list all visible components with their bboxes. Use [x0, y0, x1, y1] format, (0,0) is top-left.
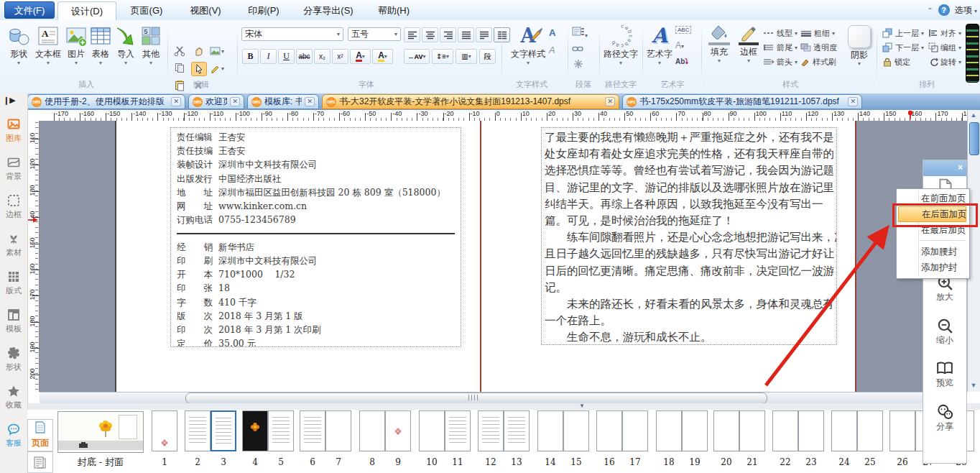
- thumbnail-page-18[interactable]: [656, 410, 682, 451]
- collapse-ribbon-icon[interactable]: ⌃: [927, 6, 933, 14]
- lock-button[interactable]: 锁定: [882, 55, 924, 69]
- thumbnail-page-9[interactable]: [385, 410, 411, 451]
- opacity-button[interactable]: 透明度: [800, 40, 837, 55]
- thumbnail-page-6[interactable]: [300, 410, 325, 451]
- insert-picture-button[interactable]: 图片▾: [65, 24, 88, 65]
- arrow-head-button[interactable]: 箭头▾: [763, 55, 798, 69]
- sidebar-item-8[interactable]: 收藏: [0, 384, 27, 410]
- thumbnail-cover[interactable]: [57, 411, 144, 453]
- thumbnail-page-2[interactable]: [185, 410, 211, 451]
- text-style-mini-2[interactable]: A: [549, 43, 555, 56]
- text-wrap-button[interactable]: ▾: [572, 26, 588, 40]
- thumbnail-page-13[interactable]: [504, 410, 530, 451]
- copy-button[interactable]: [172, 62, 187, 75]
- menu-item-5[interactable]: 添加腰封: [898, 244, 966, 260]
- pages-stack-tab[interactable]: [27, 451, 53, 473]
- strikethrough-button[interactable]: abc: [296, 49, 313, 64]
- thumbnail-page-1[interactable]: [152, 410, 177, 451]
- document-tab-4[interactable]: DPS书-大32开软皮平装-文学著作小说文集封面191213-1407.dpsf…: [322, 94, 619, 109]
- thumbnail-page-11[interactable]: [445, 410, 471, 451]
- thumbnail-page-12[interactable]: [478, 410, 504, 451]
- superscript-button[interactable]: x²: [332, 49, 348, 64]
- thumbnail-page-8[interactable]: [359, 410, 385, 451]
- thickness-button[interactable]: 粗细▾: [800, 26, 837, 40]
- scissors-button[interactable]: [172, 45, 187, 58]
- send-backward-button[interactable]: 下一层▾: [882, 40, 924, 55]
- text-style-button[interactable]: A 文字样式▾: [504, 24, 552, 65]
- bring-forward-button[interactable]: 上一层▾: [882, 26, 924, 40]
- menu-tab-5[interactable]: 分享导出(S): [295, 1, 362, 19]
- thumbnail-page-15[interactable]: [563, 410, 589, 451]
- line-spacing-button[interactable]: ⇕≡▾: [432, 49, 453, 64]
- arrow-tail-button[interactable]: 箭尾▾: [763, 40, 798, 55]
- path-text-button[interactable]: cabcabcab 路径文字▾: [601, 24, 641, 65]
- share-button[interactable]: 分享: [923, 403, 966, 433]
- italic-button[interactable]: I: [260, 49, 277, 64]
- thumbnail-page-3[interactable]: [211, 410, 236, 451]
- splitter-collapse-icon[interactable]: ▼: [579, 403, 585, 409]
- thumbnail-page-23[interactable]: [798, 410, 824, 451]
- tab-close-icon[interactable]: ✕: [605, 97, 615, 106]
- justify-button[interactable]: [458, 27, 474, 42]
- symbol-icon[interactable]: [573, 59, 583, 72]
- menu-tab-4[interactable]: 印刷(P): [239, 1, 289, 19]
- sidebar-item-9[interactable]: 客服: [0, 422, 27, 449]
- style-brush-button[interactable]: 样式刷: [800, 55, 837, 69]
- thumbnail-page-25[interactable]: [857, 410, 883, 451]
- pen-tool-button[interactable]: ▾: [210, 62, 224, 75]
- document-tab-1[interactable]: DPS使用手册-2、使用模板开始排版✕: [27, 94, 185, 109]
- thumbnail-page-17[interactable]: [622, 410, 648, 451]
- align-button[interactable]: 对齐▾: [928, 26, 961, 40]
- thumbnail-page-26[interactable]: [889, 410, 915, 451]
- font-family-select[interactable]: 宋体▾: [241, 27, 343, 41]
- cursor-button[interactable]: [191, 62, 207, 76]
- insert-other-button[interactable]: 5其他▾: [139, 24, 162, 65]
- char-spacing-button[interactable]: ↔AV▾: [404, 49, 430, 64]
- preview-button[interactable]: 预览: [923, 359, 966, 389]
- menu-item-6[interactable]: 添加护封: [898, 260, 966, 275]
- insert-table-button[interactable]: 表格▾: [89, 24, 112, 65]
- document-tab-5[interactable]: DPS书-175x250mm软皮平装-旅游随笔191211-1057.dpsf✕: [622, 94, 862, 109]
- align-center-button[interactable]: [422, 27, 438, 42]
- paragraph-mark-button[interactable]: 段: [479, 49, 496, 64]
- shadow-button[interactable]: 阴影▾: [845, 24, 874, 66]
- font-size-select[interactable]: 五号▾: [348, 27, 401, 41]
- insert-import-button[interactable]: 导入▾: [114, 24, 138, 65]
- thumbnail-page-22[interactable]: [772, 410, 798, 451]
- align-right-button[interactable]: [440, 27, 456, 42]
- thumbnail-page-24[interactable]: [831, 410, 857, 451]
- distribute-button[interactable]: [476, 27, 492, 42]
- colophon-text-block[interactable]: 责任编辑王杏安责任技编王杏安装帧设计深圳市中文科技有限公司出版发行中国经济出版社…: [170, 127, 461, 347]
- link-icon[interactable]: [572, 43, 583, 56]
- close-icon[interactable]: ×: [958, 162, 963, 173]
- sidebar-item-7[interactable]: 形状: [0, 346, 27, 372]
- bold-button[interactable]: B: [242, 49, 259, 64]
- wordart-style-button[interactable]: A▾: [675, 40, 684, 50]
- sidebar-item-5[interactable]: 版式: [0, 270, 27, 296]
- fill-button[interactable]: 填充▾: [706, 24, 733, 63]
- zoom-out-button[interactable]: 缩小: [923, 317, 966, 346]
- thumbnail-page-14[interactable]: [537, 410, 563, 451]
- tab-close-icon[interactable]: ✕: [171, 97, 181, 106]
- document-tab-3[interactable]: DPS模板库: 书✕: [247, 94, 319, 109]
- align-left-button[interactable]: [404, 27, 420, 42]
- highlight-color-button[interactable]: A▾: [372, 49, 393, 64]
- tab-close-icon[interactable]: ✕: [305, 97, 315, 106]
- body-text-block[interactable]: 了最主要的我患有懒癌晚期＋严重拖延症之外，还有我不是处女座却有着处女座追求完美的…: [541, 127, 837, 345]
- thumbnail-page-20[interactable]: [713, 410, 739, 451]
- hand-button[interactable]: [191, 45, 205, 58]
- file-menu-button[interactable]: 文件(F): [4, 1, 55, 19]
- sidebar-item-6[interactable]: 模板: [0, 308, 27, 334]
- thumbnail-page-10[interactable]: [419, 410, 445, 451]
- wordart-frame-button[interactable]: ABC: [675, 26, 691, 34]
- wordart-button[interactable]: A 艺术字▾: [645, 24, 674, 65]
- sidebar-item-3[interactable]: 边框: [0, 193, 27, 220]
- group-button[interactable]: 编组▾: [928, 40, 961, 55]
- insert-shapes-button[interactable]: 形状▾: [6, 24, 32, 65]
- document-tab-2[interactable]: DPS欢迎页✕: [188, 94, 244, 109]
- wordart-ab-button[interactable]: Ab⤵: [675, 58, 688, 65]
- menu-tab-6[interactable]: 帮助(H): [368, 1, 420, 19]
- text-style-mini-1[interactable]: A: [549, 26, 555, 39]
- underline-button[interactable]: U: [278, 49, 295, 64]
- sidebar-item-4[interactable]: 素材: [0, 231, 27, 258]
